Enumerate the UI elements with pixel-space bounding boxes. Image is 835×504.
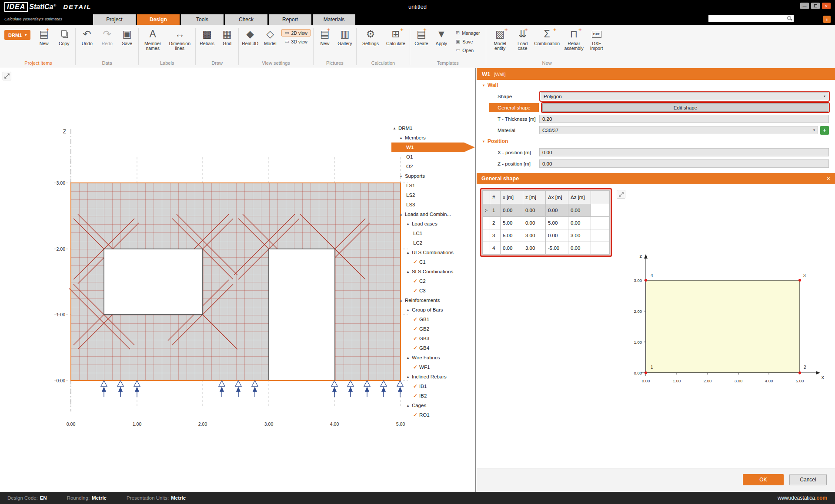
tree-item[interactable]: ▲ ✓ GB4 xyxy=(391,343,475,353)
tree-expander-icon[interactable]: ▲ xyxy=(399,174,403,178)
rebars-button[interactable]: ▩ Rebars xyxy=(197,26,217,47)
tree-item[interactable]: ▲ ✓ Group of Bars xyxy=(391,305,475,315)
tree-item[interactable]: ▲ ✓ GB1 xyxy=(391,315,475,324)
tree-item[interactable]: ▲ ✓ Inclined Rebars xyxy=(391,372,475,381)
tree-expander-icon[interactable]: ▲ xyxy=(406,270,410,274)
cell-dz[interactable]: 0.00 xyxy=(568,217,591,229)
real-3d-button[interactable]: ◆ Real 3D xyxy=(240,26,260,47)
tree-item[interactable]: ▲ ✓ Members xyxy=(391,133,475,143)
tree-item[interactable]: ▲ ✓ Supports xyxy=(391,171,475,181)
table-row[interactable]: > 3 5.00 3.00 0.00 3.00 xyxy=(483,229,610,242)
cell-dz[interactable]: 0.00 xyxy=(568,242,591,255)
tree-item[interactable]: ▲ ✓ C1 xyxy=(391,257,475,267)
section-position[interactable]: ▾ Position xyxy=(477,136,835,146)
template-manager-button[interactable]: ⊞ Manager xyxy=(453,29,483,36)
search-icon[interactable] xyxy=(787,16,792,21)
grid-button[interactable]: ▦ Grid xyxy=(217,26,237,47)
template-open-button[interactable]: ▭ Open xyxy=(453,46,483,54)
tree-item[interactable]: ▲ ✓ Cages xyxy=(391,401,475,410)
new-combination-button[interactable]: Σ+ Combination xyxy=(533,26,561,47)
table-row[interactable]: > 4 0.00 3.00 -5.00 0.00 xyxy=(483,242,610,255)
shape-dropdown[interactable]: Polygon ▾ xyxy=(541,92,828,100)
general-shape-tab[interactable]: General shape xyxy=(489,103,539,112)
tree-expander-icon[interactable]: ▲ xyxy=(393,126,396,130)
tree-item[interactable]: ▲ ✓ IB1 xyxy=(391,381,475,391)
tree-expander-icon[interactable]: ▲ xyxy=(406,404,410,408)
cell-z[interactable]: 3.00 xyxy=(523,242,546,255)
tree-expander-icon[interactable]: ▲ xyxy=(406,375,410,379)
material-dropdown[interactable]: C30/37 ▾ xyxy=(539,126,818,134)
table-row[interactable]: > 1 0.00 0.00 0.00 0.00 xyxy=(483,204,610,217)
active-project-item-dropdown[interactable]: DRM1 ▾ xyxy=(4,30,30,40)
opening-door[interactable] xyxy=(269,249,335,381)
tree-item[interactable]: ▲ ✓ C3 xyxy=(391,286,475,295)
cell-z[interactable]: 0.00 xyxy=(523,204,546,217)
tree-item[interactable]: ▲ ✓ WF1 xyxy=(391,362,475,372)
tree-expander-icon[interactable]: ▲ xyxy=(399,298,403,302)
tree-item[interactable]: ▲ ✓ ULS Combinations xyxy=(391,248,475,257)
edit-shape-button[interactable]: Edit shape xyxy=(542,103,828,112)
check-icon[interactable]: ✓ xyxy=(413,278,418,284)
table-row[interactable]: > 2 5.00 0.00 5.00 0.00 xyxy=(483,217,610,229)
template-apply-button[interactable]: ▼ Apply xyxy=(431,26,451,47)
check-icon[interactable]: ✓ xyxy=(413,326,418,332)
new-model-entity-button[interactable]: ▧+ Model entity xyxy=(488,26,513,52)
tree-expander-icon[interactable]: ▲ xyxy=(406,356,410,360)
calculate-button[interactable]: ⊞+ Calculate xyxy=(383,26,408,47)
cell-z[interactable]: 3.00 xyxy=(523,229,546,242)
tree-item[interactable]: ▲ ✓ Reinforcements xyxy=(391,295,475,305)
ribbon-tab[interactable]: Report xyxy=(269,14,311,25)
check-icon[interactable]: ✓ xyxy=(413,316,418,322)
tree-item[interactable]: ▲ ✓ GB3 xyxy=(391,334,475,343)
check-icon[interactable]: ✓ xyxy=(413,412,418,418)
copy-project-item-button[interactable]: Copy xyxy=(54,26,74,47)
ribbon-tab[interactable]: Check xyxy=(225,14,267,25)
ok-button[interactable]: OK xyxy=(743,474,784,485)
check-icon[interactable]: ✓ xyxy=(413,345,418,351)
close-icon[interactable]: × xyxy=(827,175,830,182)
view-3d-button[interactable]: ▭ 3D view xyxy=(281,38,311,45)
check-icon[interactable]: ✓ xyxy=(413,335,418,342)
cell-x[interactable]: 0.00 xyxy=(501,242,523,255)
template-create-button[interactable]: ▤+ Create xyxy=(411,26,431,47)
opening-window[interactable] xyxy=(104,249,203,315)
tree-expander-icon[interactable]: ▲ xyxy=(399,212,403,216)
redo-button[interactable]: ↷ Redo xyxy=(97,26,117,47)
fit-view-button[interactable] xyxy=(3,72,11,80)
gallery-button[interactable]: ▥ Gallery xyxy=(335,26,355,47)
tree-item[interactable]: ▲ ✓ DRM1 xyxy=(391,123,475,133)
website-link[interactable]: www.ideastatica.com xyxy=(778,495,827,501)
save-button[interactable]: ▣ Save xyxy=(117,26,137,47)
tree-expander-icon[interactable]: ▲ xyxy=(406,308,410,312)
ribbon-tab[interactable]: Project xyxy=(93,14,136,25)
edit-material-button[interactable]: + xyxy=(820,126,829,135)
tree-expander-icon[interactable]: ▲ xyxy=(399,136,403,140)
maximize-button[interactable] xyxy=(811,3,820,9)
check-icon[interactable]: ✓ xyxy=(413,383,418,389)
cell-x[interactable]: 5.00 xyxy=(501,229,523,242)
tree-item[interactable]: ▲ ✓ O2 xyxy=(391,162,475,171)
ribbon-tab[interactable]: Tools xyxy=(181,14,224,25)
new-picture-button[interactable]: ▤+ New xyxy=(315,26,335,47)
template-save-button[interactable]: ▣ Save xyxy=(453,38,483,45)
new-load-case-button[interactable]: ⇊+ Load case xyxy=(513,26,533,52)
undo-button[interactable]: ↶ Undo xyxy=(77,26,97,47)
tree-item[interactable]: ▲ ✓ IB2 xyxy=(391,391,475,401)
cell-z[interactable]: 0.00 xyxy=(523,217,546,229)
model-canvas[interactable]: Z xyxy=(0,68,476,492)
cell-x[interactable]: 0.00 xyxy=(501,204,523,217)
dimension-lines-button[interactable]: ↔ Dimension lines xyxy=(165,26,194,52)
dxf-import-button[interactable]: DXF DXF Import xyxy=(587,26,607,52)
x-position-input[interactable]: 0.00 xyxy=(539,148,829,156)
cell-dz[interactable]: 0.00 xyxy=(568,204,591,217)
check-icon[interactable]: ✓ xyxy=(413,288,418,294)
z-position-input[interactable]: 0.00 xyxy=(539,159,829,168)
tree-item[interactable]: ▲ ✓ LS3 xyxy=(391,200,475,209)
check-icon[interactable]: ✓ xyxy=(413,364,418,370)
section-wall[interactable]: ▾ Wall xyxy=(477,80,835,90)
tree-item[interactable]: ▲ ✓ Loads and Combin... xyxy=(391,209,475,219)
tree-item[interactable]: ▲ ✓ O1 xyxy=(391,152,475,162)
tree-item[interactable]: ▲ ✓ LS1 xyxy=(391,181,475,190)
tree-item[interactable]: ▲ ✓ W1 xyxy=(391,143,475,152)
cell-dx[interactable]: 0.00 xyxy=(546,229,568,242)
